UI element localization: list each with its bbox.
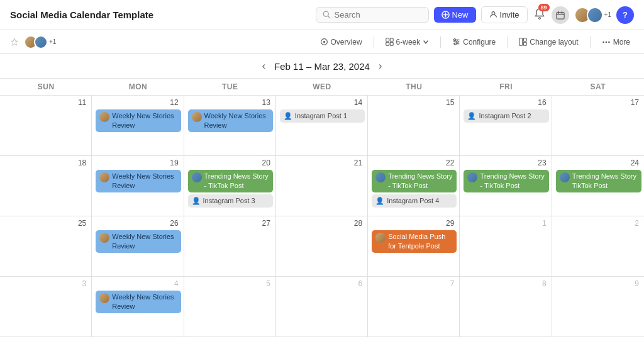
calendar-cell: 17	[552, 96, 644, 155]
svg-point-22	[454, 43, 456, 45]
configure-button[interactable]: Configure	[448, 36, 499, 48]
event-label: Trending News Story - TikTok Post	[480, 172, 545, 191]
svg-rect-24	[524, 38, 527, 42]
toolbar-divider-1	[374, 36, 374, 48]
svg-rect-15	[386, 42, 389, 45]
calendar-event[interactable]: Trending News Story TikTok Post	[556, 170, 641, 192]
day-number: 29	[372, 219, 457, 228]
app-header: Social Media Calendar Template New Invit…	[0, 0, 644, 30]
svg-rect-7	[556, 12, 564, 19]
calendar-body: 1112Weekly New Stories Review13Weekly Ne…	[0, 96, 644, 337]
search-icon	[323, 11, 331, 19]
day-number: 27	[188, 219, 273, 228]
day-number: 25	[4, 219, 89, 228]
change-layout-label: Change layout	[530, 38, 578, 47]
week-selector[interactable]: 6-week	[382, 36, 433, 48]
day-number: 12	[96, 98, 180, 107]
more-button[interactable]: More	[598, 36, 634, 48]
svg-rect-14	[390, 38, 393, 42]
svg-point-27	[605, 41, 607, 43]
day-number: 18	[4, 159, 89, 167]
event-avatar	[467, 172, 477, 182]
day-number: 4	[96, 279, 180, 288]
calendar-cell: 24Trending News Story TikTok Post	[552, 156, 644, 216]
svg-point-20	[454, 39, 456, 41]
help-button[interactable]: ?	[616, 6, 634, 24]
next-button[interactable]: ›	[375, 59, 386, 73]
day-number: 24	[556, 159, 641, 167]
calendar: SunMonTueWedThuFriSat 1112Weekly New Sto…	[0, 78, 644, 337]
calendar-event[interactable]: Weekly New Stories Review	[188, 109, 273, 132]
calendar-cell: 2	[552, 216, 644, 276]
calendar-event[interactable]: 👤Instagram Post 2	[464, 109, 548, 123]
event-avatar	[192, 172, 202, 182]
overview-button[interactable]: Overview	[316, 36, 366, 48]
calendar-week: 1819Weekly New Stories Review20Trending …	[0, 156, 644, 216]
calendar-cell: 5	[184, 277, 276, 337]
day-number: 17	[556, 98, 641, 107]
day-number: 21	[280, 159, 365, 167]
event-label: Trending News Story - TikTok Post	[204, 172, 269, 191]
svg-point-12	[323, 41, 325, 43]
change-layout-button[interactable]: Change layout	[515, 36, 582, 48]
event-label: Weekly New Stories Review	[112, 111, 177, 130]
person-icon: 👤	[375, 196, 384, 206]
person-icon: 👤	[467, 111, 476, 121]
calendar-cell: 25	[0, 216, 92, 276]
calendar-event[interactable]: Weekly New Stories Review	[96, 291, 180, 313]
event-label: Instagram Post 2	[479, 111, 531, 121]
svg-rect-13	[386, 38, 389, 42]
calendar-icon-button[interactable]	[552, 6, 569, 24]
app-title: Social Media Calendar Template	[10, 9, 153, 20]
search-input[interactable]	[335, 10, 416, 19]
calendar-event[interactable]: Trending News Story - TikTok Post	[188, 170, 273, 192]
day-number: 1	[464, 219, 548, 228]
day-number: 11	[4, 98, 89, 107]
calendar-event[interactable]: Social Media Push for Tentpole Post	[372, 230, 457, 253]
svg-rect-25	[524, 42, 527, 45]
calendar-event[interactable]: Weekly New Stories Review	[96, 109, 180, 132]
svg-point-6	[538, 18, 540, 19]
calendar-event[interactable]: 👤Instagram Post 1	[280, 109, 365, 123]
toolbar-left: +1	[10, 35, 56, 49]
calendar-cell: 21	[276, 156, 368, 216]
header-left: Social Media Calendar Template	[10, 9, 153, 20]
day-number: 23	[464, 159, 548, 167]
event-label: Weekly New Stories Review	[204, 111, 269, 130]
calendar-event[interactable]: 👤Instagram Post 3	[188, 194, 273, 208]
calendar-cell: 6	[276, 277, 368, 337]
calendar-event[interactable]: Trending News Story - TikTok Post	[464, 170, 548, 192]
calendar-cell: 15	[368, 96, 460, 155]
calendar-cell: 14👤Instagram Post 1	[276, 96, 368, 155]
pin-icon	[10, 38, 19, 47]
prev-button[interactable]: ‹	[258, 59, 269, 73]
day-number: 22	[372, 159, 457, 167]
calendar-nav: ‹ Feb 11 – Mar 23, 2024 ›	[0, 54, 644, 78]
calendar-cell: 16👤Instagram Post 2	[460, 96, 552, 155]
calendar-cell: 27	[184, 216, 276, 276]
calendar-event[interactable]: Weekly New Stories Review	[96, 170, 180, 192]
invite-button[interactable]: Invite	[481, 6, 528, 23]
new-button[interactable]: New	[434, 7, 476, 23]
day-number: 3	[4, 279, 89, 288]
calendar-cell: 18	[0, 156, 92, 216]
chevron-down-icon	[423, 39, 429, 45]
day-number: 8	[464, 279, 548, 288]
calendar-day-header: Tue	[184, 79, 276, 95]
person-icon	[489, 11, 497, 19]
calendar-cell: 4Weekly New Stories Review	[92, 277, 184, 337]
event-avatar	[375, 233, 386, 243]
plus-icon	[441, 11, 450, 19]
person-icon: 👤	[192, 196, 201, 206]
invite-button-label: Invite	[500, 10, 519, 19]
day-number: 20	[188, 159, 273, 167]
search-box[interactable]	[316, 7, 429, 23]
notifications-button[interactable]: 89	[533, 7, 547, 23]
sliders-icon	[452, 38, 460, 46]
calendar-event[interactable]: Trending News Story - TikTok Post	[372, 170, 457, 192]
calendar-cell: 8	[460, 277, 552, 337]
calendar-event[interactable]: 👤Instagram Post 4	[372, 194, 457, 208]
svg-point-28	[608, 41, 610, 43]
calendar-day-header: Fri	[460, 79, 552, 95]
calendar-event[interactable]: Weekly New Stories Review	[96, 230, 180, 253]
